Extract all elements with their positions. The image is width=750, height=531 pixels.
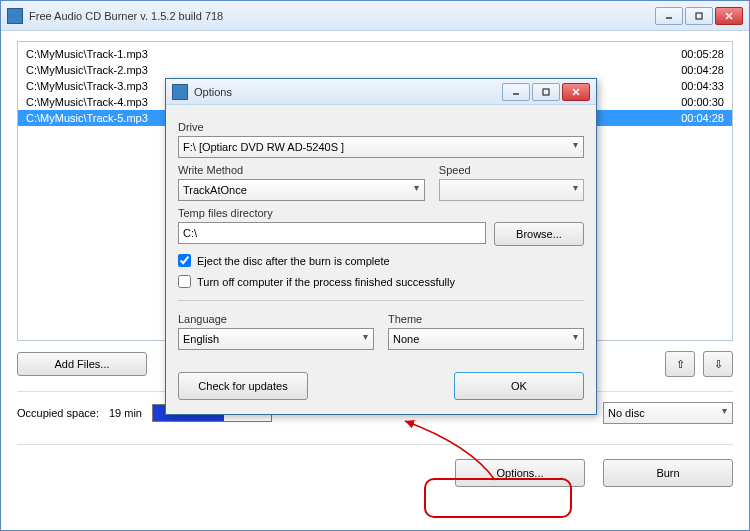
dialog-icon <box>172 84 188 100</box>
svg-rect-1 <box>696 13 702 19</box>
file-duration: 00:00:30 <box>681 96 724 108</box>
add-files-button[interactable]: Add Files... <box>17 352 147 376</box>
temp-label: Temp files directory <box>178 207 584 219</box>
main-titlebar: Free Audio CD Burner v. 1.5.2 build 718 <box>1 1 749 31</box>
check-updates-button[interactable]: Check for updates <box>178 372 308 400</box>
ok-button[interactable]: OK <box>454 372 584 400</box>
file-path: C:\MyMusic\Track-3.mp3 <box>26 80 148 92</box>
drive-label: Drive <box>178 121 584 133</box>
language-select[interactable]: English <box>178 328 374 350</box>
move-down-button[interactable]: ⇩ <box>703 351 733 377</box>
dialog-minimize-button[interactable] <box>502 83 530 101</box>
app-icon <box>7 8 23 24</box>
arrow-up-icon: ⇧ <box>676 358 685 371</box>
drive-select[interactable]: F:\ [Optiarc DVD RW AD-5240S ] <box>178 136 584 158</box>
file-row[interactable]: C:\MyMusic\Track-2.mp300:04:28 <box>18 62 732 78</box>
dialog-maximize-button[interactable] <box>532 83 560 101</box>
temp-path-input[interactable] <box>178 222 486 244</box>
file-duration: 00:04:28 <box>681 64 724 76</box>
write-method-label: Write Method <box>178 164 425 176</box>
file-duration: 00:05:28 <box>681 48 724 60</box>
file-path: C:\MyMusic\Track-2.mp3 <box>26 64 148 76</box>
eject-label[interactable]: Eject the disc after the burn is complet… <box>197 255 390 267</box>
speed-select[interactable] <box>439 179 584 201</box>
theme-select[interactable]: None <box>388 328 584 350</box>
file-path: C:\MyMusic\Track-5.mp3 <box>26 112 148 124</box>
theme-label: Theme <box>388 313 584 325</box>
eject-checkbox[interactable] <box>178 254 191 267</box>
file-duration: 00:04:33 <box>681 80 724 92</box>
main-title: Free Audio CD Burner v. 1.5.2 build 718 <box>29 10 655 22</box>
arrow-down-icon: ⇩ <box>714 358 723 371</box>
close-button[interactable] <box>715 7 743 25</box>
minimize-button[interactable] <box>655 7 683 25</box>
burn-button[interactable]: Burn <box>603 459 733 487</box>
occupied-value: 19 min <box>109 407 142 419</box>
speed-label: Speed <box>439 164 584 176</box>
file-path: C:\MyMusic\Track-1.mp3 <box>26 48 148 60</box>
move-up-button[interactable]: ⇧ <box>665 351 695 377</box>
file-path: C:\MyMusic\Track-4.mp3 <box>26 96 148 108</box>
options-dialog: Options Drive F:\ [Optiarc DVD RW AD-524… <box>165 78 597 415</box>
shutdown-checkbox[interactable] <box>178 275 191 288</box>
disc-drive-combo[interactable]: No disc <box>603 402 733 424</box>
options-button[interactable]: Options... <box>455 459 585 487</box>
shutdown-label[interactable]: Turn off computer if the process finishe… <box>197 276 455 288</box>
maximize-button[interactable] <box>685 7 713 25</box>
language-label: Language <box>178 313 374 325</box>
file-row[interactable]: C:\MyMusic\Track-1.mp300:05:28 <box>18 46 732 62</box>
browse-button[interactable]: Browse... <box>494 222 584 246</box>
write-method-select[interactable]: TrackAtOnce <box>178 179 425 201</box>
window-controls <box>655 7 743 25</box>
file-duration: 00:04:28 <box>681 112 724 124</box>
occupied-label: Occupied space: <box>17 407 99 419</box>
svg-rect-5 <box>543 89 549 95</box>
dialog-title: Options <box>194 86 502 98</box>
dialog-close-button[interactable] <box>562 83 590 101</box>
